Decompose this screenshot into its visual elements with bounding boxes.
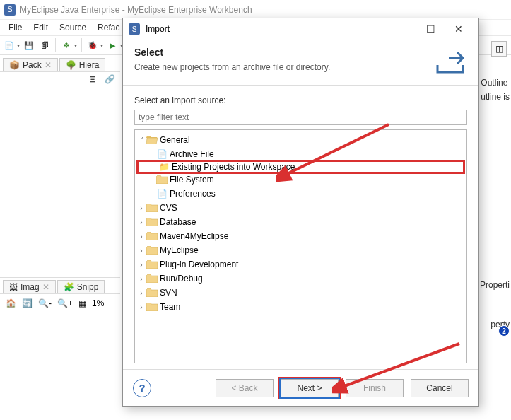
tree-node-label: MyEclipse <box>160 245 199 255</box>
folder-icon <box>146 274 158 284</box>
tab-snippets[interactable]: 🧩 Snipp <box>57 280 105 293</box>
select-source-label: Select an import source: <box>134 95 467 105</box>
window-title: MyEclipse Java Enterprise - MyEclipse En… <box>20 5 252 15</box>
file-icon: 📄 <box>156 149 168 159</box>
import-dialog: S Import — ☐ ✕ Select Create new project… <box>122 18 479 407</box>
tab-package[interactable]: 📦 Pack ✕ <box>3 58 58 71</box>
maximize-button[interactable]: ☐ <box>416 20 445 38</box>
tab-snippets-label: Snipp <box>77 282 99 292</box>
minimize-button[interactable]: — <box>388 20 416 38</box>
outline-tab-label[interactable]: Outline <box>481 78 510 88</box>
menu-source[interactable]: Source <box>54 23 92 33</box>
run-icon[interactable]: ▶ <box>106 39 119 52</box>
tree-node-label: CVS <box>160 203 177 213</box>
save-icon[interactable]: 💾 <box>23 39 35 52</box>
import-banner-icon <box>433 47 467 75</box>
tab-package-label: Pack <box>23 60 42 70</box>
filter-input[interactable] <box>134 110 467 125</box>
close-button[interactable]: ✕ <box>445 20 473 38</box>
tree-node-label: Run/Debug <box>160 274 203 284</box>
chevron-right-icon[interactable]: › <box>136 247 146 255</box>
perspective-button[interactable]: ◫ <box>491 41 507 57</box>
folder-icon <box>146 217 158 227</box>
tree-item-label: File System <box>170 175 214 185</box>
tree-node-myeclipse[interactable]: › MyEclipse <box>136 243 465 257</box>
tree-item-preferences[interactable]: 📄 Preferences <box>136 187 465 201</box>
tab-image[interactable]: 🖼 Imag ✕ <box>3 280 56 293</box>
collapse-icon[interactable]: ⊟ <box>89 74 100 86</box>
tree-node-label: SVN <box>160 288 177 298</box>
tree-item-label: Preferences <box>170 189 216 199</box>
lower-tabs: 🖼 Imag ✕ 🧩 Snipp <box>0 277 120 294</box>
folder-icon <box>146 203 158 213</box>
left-panel-tabs: 📦 Pack ✕ 🌳 Hiera <box>0 55 120 72</box>
dialog-description: Create new projects from an archive file… <box>134 62 330 72</box>
back-button: < Back <box>216 379 274 397</box>
import-source-tree[interactable]: ˅ General 📄 Archive File 📁 Existing Proj… <box>134 129 467 363</box>
chevron-right-icon[interactable]: › <box>136 233 146 240</box>
zoom-fit-icon[interactable]: ▦ <box>78 298 86 308</box>
folder-icon <box>146 231 158 241</box>
dialog-header: Select Create new projects from an archi… <box>123 40 478 86</box>
new-icon[interactable]: 📄 <box>3 39 16 52</box>
percent-icon[interactable]: 1% <box>92 298 104 308</box>
image-icon: 🖼 <box>9 282 18 292</box>
close-icon[interactable]: ✕ <box>45 60 52 70</box>
chevron-right-icon[interactable]: › <box>136 303 146 311</box>
dialog-heading: Select <box>134 47 330 58</box>
tree-node-label: Plug-in Development <box>160 259 238 269</box>
chevron-right-icon[interactable]: › <box>136 261 146 269</box>
help-button[interactable]: ? <box>133 379 151 397</box>
run-debug-icon[interactable]: 🐞 <box>86 39 99 52</box>
chevron-right-icon[interactable]: › <box>136 275 146 283</box>
chevron-right-icon[interactable]: › <box>136 218 146 226</box>
tree-item-label: Existing Projects into Workspace <box>172 162 295 172</box>
tree-item-existing-projects[interactable]: 📁 Existing Projects into Workspace <box>136 160 465 174</box>
properties-tab-label[interactable]: Properti <box>480 280 510 290</box>
lower-icons: 🏠 🔄 🔍- 🔍+ ▦ 1% <box>0 294 110 313</box>
tab-hierarchy[interactable]: 🌳 Hiera <box>59 58 106 71</box>
dialog-body: Select an import source: ˅ General 📄 Arc… <box>123 86 478 369</box>
close-icon[interactable]: ✕ <box>42 282 49 292</box>
tree-node-label: General <box>160 135 190 145</box>
annotation-badge-2: 2 <box>498 325 510 337</box>
chevron-right-icon[interactable]: › <box>136 289 146 297</box>
tree-node-general[interactable]: ˅ General <box>136 133 465 147</box>
outline-msg: utline is <box>481 92 510 102</box>
refresh-icon[interactable]: 🔄 <box>22 298 33 308</box>
tree-node-run-debug[interactable]: › Run/Debug <box>136 272 465 286</box>
chevron-down-icon[interactable]: ˅ <box>136 136 146 144</box>
tree-node-cvs[interactable]: › CVS <box>136 201 465 215</box>
tree-node-database[interactable]: › Database <box>136 215 465 229</box>
tree-node-team[interactable]: › Team <box>136 300 465 314</box>
next-button[interactable]: Next > <box>281 379 339 397</box>
link-icon[interactable]: 🔗 <box>105 74 116 86</box>
file-icon: 📄 <box>156 189 168 199</box>
tab-image-label: Imag <box>20 282 40 292</box>
save-all-icon[interactable]: 🗐 <box>38 39 51 52</box>
menu-refactor[interactable]: Refac <box>92 23 125 33</box>
tree-node-label: Database <box>160 217 196 227</box>
menu-file[interactable]: File <box>3 23 28 33</box>
tree-node-svn[interactable]: › SVN <box>136 286 465 300</box>
cancel-button[interactable]: Cancel <box>411 379 469 397</box>
menu-edit[interactable]: Edit <box>28 23 54 33</box>
folder-icon <box>156 175 168 185</box>
tree-item-archive-file[interactable]: 📄 Archive File <box>136 147 465 161</box>
chevron-right-icon[interactable]: › <box>136 204 146 212</box>
tree-item-label: Archive File <box>170 149 214 159</box>
debug-icon[interactable]: ❖ <box>60 39 73 52</box>
home-icon[interactable]: 🏠 <box>6 298 16 308</box>
folder-icon <box>146 288 158 298</box>
folder-icon <box>146 245 158 255</box>
main-titlebar: S MyEclipse Java Enterprise - MyEclipse … <box>0 0 511 20</box>
zoom-out-icon[interactable]: 🔍- <box>38 298 52 308</box>
tree-node-label: Maven4MyEclipse <box>160 231 228 241</box>
zoom-in-icon[interactable]: 🔍+ <box>57 298 73 308</box>
tree-node-plugin-dev[interactable]: › Plug-in Development <box>136 257 465 272</box>
app-icon: S <box>4 4 16 16</box>
bottom-border <box>0 416 511 420</box>
tree-item-file-system[interactable]: File System <box>136 173 465 187</box>
tree-node-maven[interactable]: › Maven4MyEclipse <box>136 229 465 243</box>
folder-icon <box>146 302 158 312</box>
